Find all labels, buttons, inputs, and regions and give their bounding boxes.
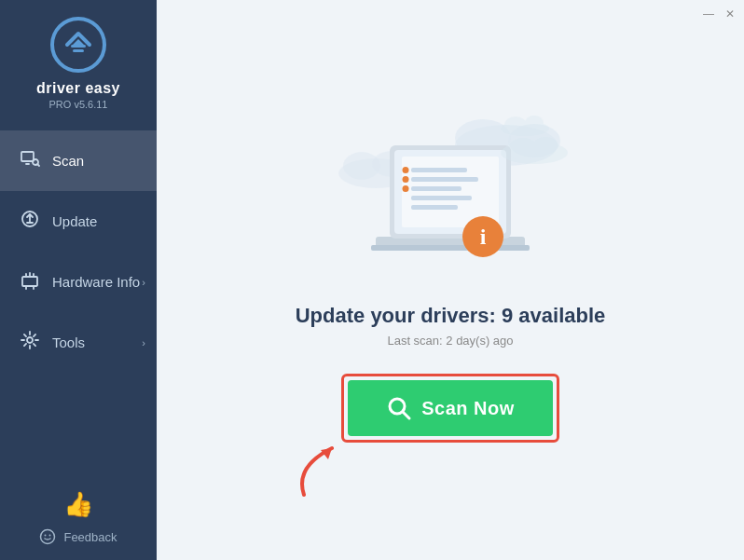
app-version: PRO v5.6.11 — [49, 99, 108, 110]
drivers-available-title: Update your drivers: 9 available — [296, 304, 606, 328]
sidebar-item-hardware-info[interactable]: Hardware Info › — [0, 252, 157, 312]
arrow-indicator — [285, 430, 369, 504]
scan-now-wrapper: Scan Now — [341, 374, 559, 443]
svg-point-18 — [41, 530, 55, 544]
scan-now-search-icon — [386, 395, 412, 421]
cloud-right-decoration — [497, 108, 553, 136]
feedback-row[interactable]: Feedback — [39, 528, 117, 545]
svg-line-7 — [37, 164, 39, 166]
tools-icon — [19, 330, 41, 355]
thumbs-up-icon[interactable]: 👍 — [63, 490, 93, 519]
svg-point-43 — [403, 167, 409, 173]
feedback-label: Feedback — [63, 530, 117, 544]
sidebar-item-tools-label: Tools — [52, 335, 85, 350]
scan-button-area: Scan Now — [341, 374, 559, 443]
sidebar-item-update-label: Update — [52, 213, 97, 229]
svg-point-20 — [49, 535, 51, 537]
svg-point-17 — [27, 337, 33, 343]
last-scan-subtitle: Last scan: 2 day(s) ago — [387, 334, 513, 348]
svg-point-25 — [504, 116, 527, 133]
update-icon — [19, 209, 41, 234]
hardware-icon — [19, 269, 41, 294]
svg-rect-42 — [411, 205, 458, 210]
hardware-info-chevron: › — [142, 277, 145, 288]
sidebar-item-update[interactable]: Update — [0, 191, 157, 252]
sidebar-item-tools[interactable]: Tools › — [0, 312, 157, 373]
sidebar-item-scan[interactable]: Scan — [0, 130, 157, 191]
svg-rect-2 — [73, 49, 84, 52]
sidebar: driver easy PRO v5.6.11 Scan — [0, 0, 157, 560]
svg-point-19 — [45, 535, 47, 537]
sidebar-item-scan-label: Scan — [52, 153, 84, 169]
tools-chevron: › — [142, 337, 145, 348]
svg-rect-11 — [22, 277, 37, 286]
svg-line-49 — [403, 412, 409, 418]
svg-point-23 — [532, 137, 558, 157]
svg-rect-38 — [411, 168, 467, 172]
svg-point-26 — [525, 116, 544, 130]
illustration: i — [320, 99, 581, 285]
svg-rect-39 — [411, 177, 478, 182]
minimize-button[interactable]: — — [703, 7, 714, 20]
app-logo-icon — [50, 17, 106, 73]
nav-menu: Scan Update — [0, 130, 157, 479]
svg-rect-3 — [21, 152, 34, 161]
feedback-icon — [39, 528, 56, 545]
svg-rect-41 — [411, 196, 472, 200]
svg-rect-40 — [411, 186, 462, 191]
svg-rect-34 — [371, 245, 530, 251]
scan-now-label: Scan Now — [421, 398, 515, 419]
close-button[interactable]: ✕ — [725, 7, 735, 20]
sidebar-item-hardware-label: Hardware Info — [52, 274, 140, 290]
svg-point-45 — [403, 185, 409, 192]
svg-point-44 — [403, 176, 409, 183]
scan-now-button[interactable]: Scan Now — [348, 380, 553, 436]
app-name: driver easy — [36, 80, 120, 97]
svg-text:i: i — [480, 225, 487, 249]
main-content: i Update your drivers: 9 available Last … — [157, 0, 744, 560]
logo-area: driver easy PRO v5.6.11 — [0, 0, 157, 121]
svg-rect-1 — [71, 45, 86, 48]
arrow-container — [285, 430, 369, 508]
sidebar-bottom: 👍 Feedback — [0, 479, 157, 560]
scan-icon — [19, 148, 41, 173]
title-bar: — ✕ — [157, 0, 744, 28]
